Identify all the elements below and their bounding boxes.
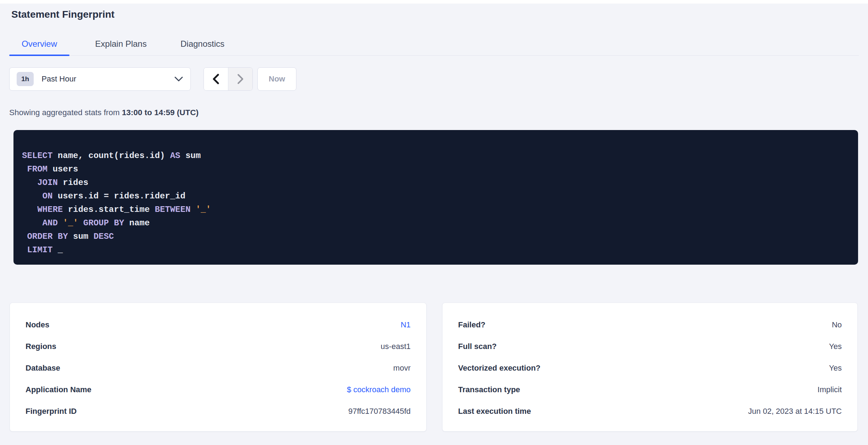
fingerprint-id-value: 97ffc170783445fd xyxy=(348,407,411,416)
time-range-dropdown[interactable]: 1h Past Hour xyxy=(9,67,191,91)
regions-value: us-east1 xyxy=(381,342,411,351)
table-row: Regions us-east1 xyxy=(26,336,411,357)
nodes-link[interactable]: N1 xyxy=(401,320,411,329)
row-label-failed: Failed? xyxy=(458,320,485,329)
table-row: Full scan? Yes xyxy=(458,336,842,357)
full-scan-value: Yes xyxy=(829,342,842,351)
chevron-down-icon xyxy=(174,76,183,82)
tab-diagnostics[interactable]: Diagnostics xyxy=(172,39,233,55)
transaction-type-value: Implicit xyxy=(818,385,842,394)
statement-details-card: Nodes N1 Regions us-east1 Database movr … xyxy=(10,303,427,432)
row-label-last-execution-time: Last execution time xyxy=(458,407,531,416)
application-name-link[interactable]: $ cockroach demo xyxy=(347,385,411,394)
time-range-selected: Past Hour xyxy=(41,74,174,84)
table-row: Database movr xyxy=(26,357,411,379)
aggregated-stats-line: Showing aggregated stats from 13:00 to 1… xyxy=(9,107,859,118)
row-label-transaction-type: Transaction type xyxy=(458,385,520,394)
row-label-database: Database xyxy=(26,364,60,373)
stats-range: 13:00 to 14:59 (UTC) xyxy=(122,108,199,117)
table-row: Application Name $ cockroach demo xyxy=(26,379,411,400)
table-row: Fingerprint ID 97ffc170783445fd xyxy=(26,400,411,422)
tab-overview[interactable]: Overview xyxy=(9,39,69,55)
table-row: Failed? No xyxy=(458,314,842,336)
tab-bar: Overview Explain Plans Diagnostics xyxy=(9,39,859,56)
execution-attributes-card: Failed? No Full scan? Yes Vectorized exe… xyxy=(442,303,858,432)
chevron-right-icon xyxy=(237,74,244,84)
time-step-buttons xyxy=(204,67,253,91)
sql-statement-box: SELECT name, count(rides.id) AS sum FROM… xyxy=(13,130,858,265)
now-button[interactable]: Now xyxy=(257,67,296,91)
row-label-regions: Regions xyxy=(26,342,56,351)
row-label-nodes: Nodes xyxy=(26,320,49,329)
table-row: Nodes N1 xyxy=(26,314,411,336)
vectorized-execution-value: Yes xyxy=(829,364,842,373)
stats-prefix: Showing aggregated stats from xyxy=(9,108,122,117)
database-value: movr xyxy=(393,364,411,373)
chevron-left-icon xyxy=(212,74,219,84)
previous-time-button[interactable] xyxy=(204,68,228,90)
table-row: Transaction type Implicit xyxy=(458,379,842,400)
failed-value: No xyxy=(832,320,842,329)
row-label-fingerprint-id: Fingerprint ID xyxy=(26,407,77,416)
time-controls: 1h Past Hour Now xyxy=(9,67,859,91)
time-range-badge: 1h xyxy=(17,72,34,86)
summary-cards: Nodes N1 Regions us-east1 Database movr … xyxy=(9,303,859,432)
last-execution-time-value: Jun 02, 2023 at 14:15 UTC xyxy=(748,407,842,416)
row-label-application-name: Application Name xyxy=(26,385,91,394)
statement-fingerprint-page: Statement Fingerprint Overview Explain P… xyxy=(0,9,868,432)
next-time-button[interactable] xyxy=(228,68,252,90)
sql-code: SELECT name, count(rides.id) AS sum FROM… xyxy=(22,149,849,257)
row-label-full-scan: Full scan? xyxy=(458,342,497,351)
table-row: Vectorized execution? Yes xyxy=(458,357,842,379)
row-label-vectorized-execution: Vectorized execution? xyxy=(458,364,540,373)
table-row: Last execution time Jun 02, 2023 at 14:1… xyxy=(458,400,842,422)
tab-explain-plans[interactable]: Explain Plans xyxy=(91,39,151,55)
page-title: Statement Fingerprint xyxy=(11,9,859,21)
top-strip xyxy=(0,0,868,4)
